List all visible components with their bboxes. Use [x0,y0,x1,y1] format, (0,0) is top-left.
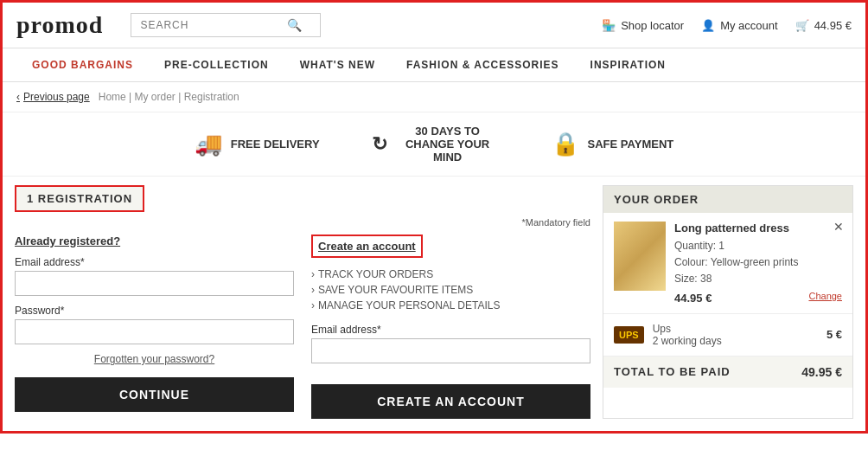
order-item: Long patterned dress Quantity: 1 Colour:… [603,213,852,314]
login-email-input[interactable] [15,271,294,296]
search-icon[interactable]: 🔍 [287,18,302,32]
shop-icon: 🏪 [602,19,616,32]
register-column: Create an account TRACK YOUR ORDERS SAVE… [311,234,590,419]
ups-logo: UPS [614,326,644,344]
form-area: 1 REGISTRATION *Mandatory field Already … [15,177,603,419]
nav-item-good-bargains[interactable]: GOOD BARGAINS [16,48,149,81]
header: promod 🔍 🏪 Shop locator 👤 My account 🛒 4… [3,3,865,48]
shop-locator-button[interactable]: 🏪 Shop locator [602,19,684,32]
item-size: Size: 38 [674,271,842,287]
section-title: 1 REGISTRATION [15,185,144,212]
search-input[interactable] [140,19,287,31]
shipping-row: UPS Ups 2 working days 5 € [603,314,852,357]
password-group: Password* [15,305,294,344]
shipping-info: Ups 2 working days [653,323,818,347]
my-account-button[interactable]: 👤 My account [701,19,777,32]
email-label: Email address* [15,256,294,268]
register-email-input[interactable] [311,338,590,363]
benefit-list: TRACK YOUR ORDERS SAVE YOUR FAVOURITE IT… [311,267,590,313]
order-sidebar: YOUR ORDER Long patterned dress Quantity… [603,185,853,419]
benefit-item-2: MANAGE YOUR PERSONAL DETAILS [311,298,590,313]
register-email-label: Email address* [311,324,590,336]
breadcrumb-bar: ‹ Previous page Home | My order | Regist… [3,82,865,112]
returns-icon: ↻ [372,133,387,156]
cart-icon: 🛒 [795,19,809,32]
search-box: 🔍 [131,13,321,37]
total-price: 49.95 € [801,365,842,379]
product-image [614,222,666,291]
chevron-left-icon: ‹ [16,91,20,103]
email-group: Email address* [15,256,294,296]
delivery-icon: 🚚 [195,131,222,157]
shipping-price: 5 € [827,328,842,341]
register-email-group: Email address* [311,324,590,363]
account-icon: 👤 [701,19,715,32]
logo[interactable]: promod [16,11,103,39]
main-nav: GOOD BARGAINS PRE-COLLECTION WHAT'S NEW … [3,48,865,82]
login-password-input[interactable] [15,319,294,344]
close-icon[interactable]: ✕ [833,220,844,234]
already-registered-title: Already registered? [15,234,294,247]
item-colour: Colour: Yellow-green prints [674,254,842,271]
previous-page-button[interactable]: ‹ Previous page [16,91,90,103]
total-label: TOTAL TO BE PAID [614,365,731,378]
trust-bar: 🚚 FREE DELIVERY ↻ 30 DAYS TO CHANGE YOUR… [3,112,865,177]
create-account-button[interactable]: CREATE AN ACCOUNT [311,384,590,419]
item-price: 44.95 € [674,292,712,305]
benefit-item-0: TRACK YOUR ORDERS [311,267,590,282]
mandatory-note: *Mandatory field [15,217,590,228]
form-columns: Already registered? Email address* Passw… [15,234,590,419]
trust-delivery: 🚚 FREE DELIVERY [195,131,320,157]
password-label: Password* [15,305,294,317]
trust-payment: 🔒 SAFE PAYMENT [552,131,674,157]
continue-button[interactable]: CONTINUE [15,377,294,412]
main-content: 1 REGISTRATION *Mandatory field Already … [3,177,865,431]
item-quantity: Quantity: 1 [674,238,842,254]
item-name: Long patterned dress [674,222,842,234]
header-right: 🏪 Shop locator 👤 My account 🛒 44.95 € [602,19,852,32]
order-header: YOUR ORDER [603,186,852,213]
nav-item-fashion[interactable]: FASHION & ACCESSORIES [391,48,575,81]
item-details: Long patterned dress Quantity: 1 Colour:… [674,222,842,305]
trust-returns: ↻ 30 DAYS TO CHANGE YOUR MIND [372,125,500,164]
change-link[interactable]: Change [808,291,842,301]
nav-item-whats-new[interactable]: WHAT'S NEW [284,48,391,81]
create-account-title: Create an account [311,234,423,258]
breadcrumb: Home | My order | Registration [99,91,239,103]
benefit-item-1: SAVE YOUR FAVOURITE ITEMS [311,282,590,298]
nav-item-inspiration[interactable]: INSPIRATION [575,48,681,81]
nav-item-pre-collection[interactable]: PRE-COLLECTION [149,48,284,81]
shipping-label: Ups [653,323,818,335]
forgotten-password-link[interactable]: Forgotten your password? [15,353,294,365]
total-row: TOTAL TO BE PAID 49.95 € [603,357,852,388]
cart-button[interactable]: 🛒 44.95 € [795,19,852,32]
shipping-days: 2 working days [653,335,818,347]
login-column: Already registered? Email address* Passw… [15,234,294,419]
lock-icon: 🔒 [552,131,579,157]
